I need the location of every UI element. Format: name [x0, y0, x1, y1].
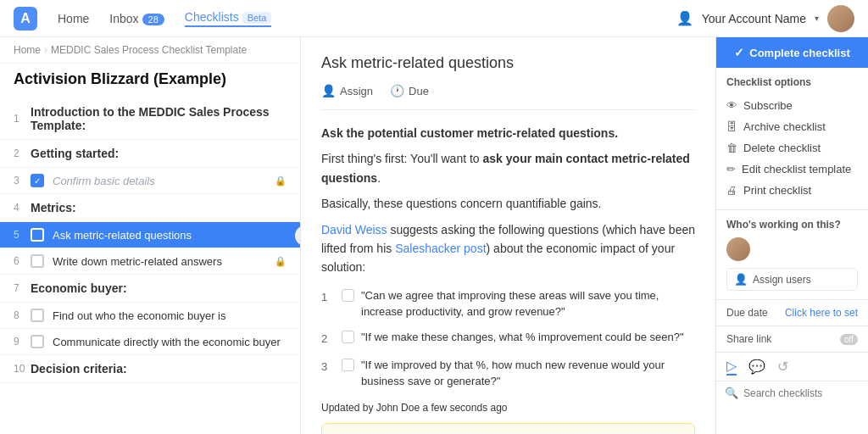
sub-item: 2 "If we make these changes, what % impr…: [321, 329, 695, 348]
item-label: Communicate directly with the economic b…: [53, 336, 281, 348]
section-label: Getting started:: [31, 147, 119, 160]
account-icon: 👤: [676, 10, 693, 26]
complete-check-icon: ✓: [734, 46, 744, 59]
sub-checkbox[interactable]: [342, 289, 354, 302]
complete-checklist-button[interactable]: ✓ Complete checklist: [716, 37, 868, 68]
share-row: Share link off: [716, 326, 868, 353]
nav-left: A Home Inbox28 ChecklistsBeta: [14, 7, 271, 31]
david-weiss-link[interactable]: David Weiss: [321, 223, 387, 236]
archive-icon: 🗄: [726, 120, 737, 133]
assign-users-button[interactable]: 👤 Assign users: [726, 268, 858, 291]
delete-option[interactable]: 🗑 Delete checklist: [726, 137, 858, 159]
sub-item: 1 "Can we agree that improving these are…: [321, 287, 695, 320]
nav-inbox[interactable]: Inbox28: [109, 12, 164, 25]
print-icon: 🖨: [726, 184, 737, 197]
top-nav: A Home Inbox28 ChecklistsBeta 👤 Your Acc…: [0, 0, 868, 37]
section-label: Metrics:: [31, 201, 76, 214]
assign-icon: 👤: [321, 84, 336, 97]
checklist-items: 1 Introduction to the MEDDIC Sales Proce…: [0, 98, 300, 383]
assign-button[interactable]: 👤 Assign: [321, 84, 373, 97]
list-item[interactable]: 3 Confirm basic details 🔒: [0, 168, 300, 194]
tab-activity[interactable]: ▷: [726, 358, 737, 376]
sidebar-title: Activision Blizzard (Example): [0, 64, 300, 98]
sub-text: "If we improved by that %, how much new …: [361, 357, 695, 390]
content-heading: Ask the potential customer metric-relate…: [321, 124, 695, 142]
paragraph2: Basically, these questions concern quant…: [321, 194, 695, 213]
options-title: Checklist options: [726, 76, 858, 88]
archive-option[interactable]: 🗄 Archive checklist: [726, 116, 858, 137]
who-avatar: [726, 237, 750, 261]
item-checkbox[interactable]: [31, 174, 44, 187]
section-label: Decision criteria:: [31, 362, 127, 376]
share-label: Share link: [726, 333, 771, 345]
app-body: Home › MEDDIC Sales Process Checklist Te…: [0, 37, 868, 434]
content-actions: 👤 Assign 🕐 Due: [321, 84, 695, 110]
avatar[interactable]: [827, 5, 854, 32]
nav-checklists[interactable]: ChecklistsBeta: [185, 10, 271, 27]
section-label: Economic buyer:: [31, 281, 127, 295]
edit-icon: ✏: [726, 163, 736, 175]
section-label: Introduction to the MEDDIC Sales Process…: [31, 105, 287, 132]
item-label: Find out who the economic buyer is: [53, 309, 226, 322]
item-label: Confirm basic details: [53, 175, 155, 187]
lock-icon: 🔒: [275, 256, 287, 267]
paragraph3: David Weiss suggests asking the followin…: [321, 220, 695, 277]
content-body: Ask the potential customer metric-relate…: [321, 124, 695, 434]
sidebar: Home › MEDDIC Sales Process Checklist Te…: [0, 37, 301, 434]
list-item[interactable]: 5 Ask metric-related questions: [0, 222, 300, 248]
section-row: 2 Getting started:: [0, 140, 300, 168]
item-label: Write down metric-related answers: [53, 255, 222, 268]
section-row: 7 Economic buyer:: [0, 275, 300, 303]
list-item[interactable]: 9 Communicate directly with the economic…: [0, 329, 300, 355]
item-checkbox[interactable]: [31, 228, 44, 242]
sub-text: "If we make these changes, what % improv…: [361, 329, 684, 346]
breadcrumb-template: MEDDIC Sales Process Checklist Template: [51, 44, 247, 56]
tab-history[interactable]: ↺: [777, 359, 788, 375]
list-item[interactable]: 6 Write down metric-related answers 🔒: [0, 248, 300, 275]
logo[interactable]: A: [14, 7, 37, 31]
section-row: 1 Introduction to the MEDDIC Sales Proce…: [0, 98, 300, 140]
sub-item: 3 "If we improved by that %, how much ne…: [321, 357, 695, 390]
item-checkbox[interactable]: [31, 254, 44, 268]
share-toggle[interactable]: off: [840, 334, 858, 345]
item-label: Ask metric-related questions: [53, 229, 192, 242]
list-item[interactable]: 8 Find out who the economic buyer is: [0, 303, 300, 329]
account-chevron[interactable]: ▾: [815, 14, 819, 23]
search-row: 🔍 ⊞: [716, 381, 868, 404]
sub-checklist: 1 "Can we agree that improving these are…: [321, 287, 695, 390]
nav-home[interactable]: Home: [58, 12, 89, 25]
delete-icon: 🗑: [726, 142, 737, 154]
search-input[interactable]: [743, 387, 868, 399]
search-icon: 🔍: [725, 387, 738, 399]
assign-users-icon: 👤: [734, 273, 748, 286]
sub-text: "Can we agree that improving these areas…: [361, 287, 695, 320]
content-title: Ask metric-related questions: [321, 54, 695, 72]
subscribe-option[interactable]: 👁 Subscribe: [726, 95, 858, 116]
saleshacker-link[interactable]: Saleshacker post: [395, 242, 486, 255]
panel-tabs: ▷ 💬 ↺: [716, 353, 868, 381]
sub-checkbox[interactable]: [342, 359, 354, 371]
section-row: 4 Metrics:: [0, 194, 300, 222]
due-icon: 🕐: [390, 84, 404, 97]
right-panel: ✓ Complete checklist Checklist options 👁…: [715, 37, 868, 434]
lock-icon: 🔒: [275, 175, 287, 186]
sub-checkbox[interactable]: [342, 331, 354, 343]
edit-template-option[interactable]: ✏ Edit checklist template: [726, 159, 858, 180]
section-row: 10 Decision criteria:: [0, 355, 300, 383]
due-button[interactable]: 🕐 Due: [390, 84, 429, 97]
main-content: Ask metric-related questions 👤 Assign 🕐 …: [301, 37, 715, 434]
nav-right: 👤 Your Account Name ▾: [676, 5, 854, 32]
item-checkbox[interactable]: [31, 335, 44, 348]
updated-text: Updated by John Doe a few seconds ago: [321, 400, 695, 416]
paragraph1: First thing's first: You'll want to ask …: [321, 149, 695, 187]
tab-comments[interactable]: 💬: [748, 359, 765, 375]
print-option[interactable]: 🖨 Print checklist: [726, 180, 858, 201]
item-checkbox[interactable]: [31, 309, 44, 322]
who-title: Who's working on this?: [726, 219, 858, 231]
due-date-label: Due date: [726, 307, 768, 319]
breadcrumb: Home › MEDDIC Sales Process Checklist Te…: [0, 37, 300, 64]
breadcrumb-home[interactable]: Home: [14, 44, 41, 56]
who-section: Who's working on this? 👤 Assign users: [716, 210, 868, 300]
subscribe-icon: 👁: [726, 99, 737, 112]
due-date-link[interactable]: Click here to set: [785, 307, 858, 319]
